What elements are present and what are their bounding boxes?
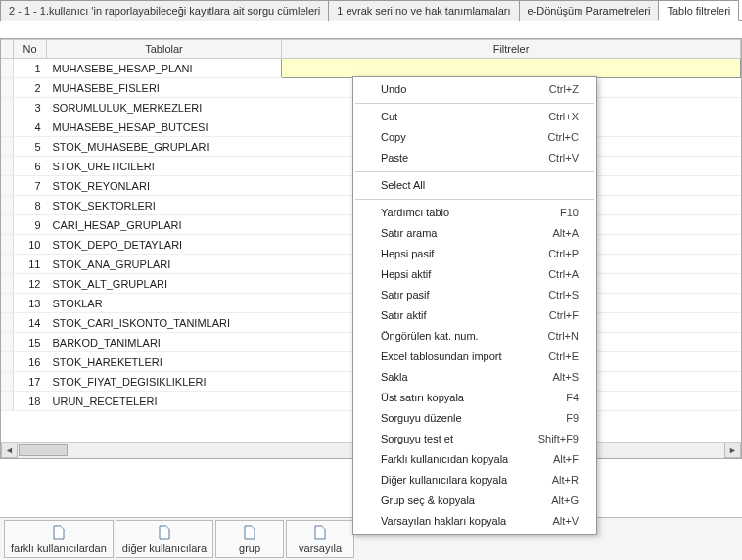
cell-table-name: STOK_CARI_ISKONTO_TANIMLARI — [47, 313, 282, 333]
menu-item[interactable]: Üst satırı kopyalaF4 — [353, 388, 596, 408]
row-handle[interactable] — [1, 215, 14, 235]
toolbar-button-2[interactable]: grup — [215, 520, 284, 558]
row-handle[interactable] — [1, 235, 14, 255]
cell-no: 8 — [14, 196, 47, 215]
cell-no: 16 — [14, 352, 47, 372]
row-handle[interactable] — [1, 352, 14, 372]
menu-item[interactable]: Select All — [353, 175, 596, 196]
row-handle[interactable] — [1, 333, 14, 352]
cell-table-name: STOK_ALT_GRUPLARI — [47, 274, 282, 294]
cell-no: 9 — [14, 215, 47, 235]
cell-no: 18 — [14, 392, 47, 411]
row-handle[interactable] — [1, 294, 14, 313]
menu-item-label: Üst satırı kopyala — [381, 391, 464, 405]
row-handle[interactable] — [1, 59, 14, 78]
menu-item-shortcut: Shift+F9 — [538, 432, 579, 446]
menu-item-label: Satır arama — [381, 226, 437, 241]
menu-item-shortcut: F9 — [566, 411, 579, 426]
menu-item[interactable]: Hepsi pasifCtrl+P — [353, 244, 596, 264]
row-handle[interactable] — [1, 98, 14, 117]
menu-item-shortcut: Ctrl+Z — [549, 82, 579, 97]
menu-item-label: Öngörülen kat. num. — [381, 329, 479, 344]
toolbar-button-1[interactable]: diğer kullanıcılara — [116, 520, 213, 558]
menu-item[interactable]: Satır aramaAlt+A — [353, 223, 596, 244]
column-header-no[interactable]: No — [14, 40, 47, 59]
cell-table-name: STOKLAR — [47, 294, 282, 313]
menu-item-shortcut: Ctrl+N — [548, 329, 579, 344]
column-header-filtreler[interactable]: Filtreler — [282, 40, 741, 59]
cell-no: 12 — [14, 274, 47, 294]
toolbar-button-3[interactable]: varsayıla — [286, 520, 354, 558]
menu-item[interactable]: Sorguyu test etShift+F9 — [353, 429, 596, 449]
menu-item[interactable]: UndoCtrl+Z — [353, 79, 596, 100]
menu-item[interactable]: Excel tablosundan importCtrl+E — [353, 347, 596, 367]
tab-1[interactable]: 1 evrak seri no ve hak tanımlamaları — [328, 0, 519, 21]
row-handle[interactable] — [1, 117, 14, 137]
menu-item[interactable]: PasteCtrl+V — [353, 148, 596, 168]
cell-no: 7 — [14, 176, 47, 196]
row-handle[interactable] — [1, 255, 14, 274]
row-handle[interactable] — [1, 392, 14, 411]
menu-separator — [355, 171, 594, 172]
menu-item[interactable]: Sorguyu düzenleF9 — [353, 408, 596, 429]
row-handle[interactable] — [1, 137, 14, 157]
cell-table-name: MUHASEBE_FISLERI — [47, 78, 282, 98]
cell-table-name: STOK_URETICILERI — [47, 157, 282, 176]
cell-table-name: STOK_HAREKETLERI — [47, 352, 282, 372]
tab-3[interactable]: Tablo filtreleri — [658, 0, 739, 21]
menu-item[interactable]: Yardımcı tabloF10 — [353, 203, 596, 223]
menu-item-label: Satır pasif — [381, 288, 430, 303]
menu-item[interactable]: Varsayılan hakları kopyalaAlt+V — [353, 511, 596, 532]
menu-item[interactable]: Satır pasifCtrl+S — [353, 285, 596, 305]
menu-item-label: Sakla — [381, 370, 408, 385]
menu-item[interactable]: Satır aktifCtrl+F — [353, 305, 596, 326]
scroll-right-arrow[interactable]: ► — [724, 443, 741, 458]
toolbar-button-0[interactable]: farklı kullanıcılardan — [4, 520, 114, 558]
column-header-tablolar[interactable]: Tablolar — [47, 40, 282, 59]
menu-item-label: Paste — [381, 151, 408, 165]
menu-item[interactable]: SaklaAlt+S — [353, 367, 596, 388]
cell-table-name: MUHASEBE_HESAP_BUTCESI — [47, 117, 282, 137]
cell-table-name: STOK_REYONLARI — [47, 176, 282, 196]
row-handle[interactable] — [1, 176, 14, 196]
table-row[interactable]: 1MUHASEBE_HESAP_PLANI — [1, 59, 741, 78]
menu-item[interactable]: CopyCtrl+C — [353, 127, 596, 148]
menu-item-shortcut: Ctrl+A — [548, 267, 579, 282]
cell-no: 15 — [14, 333, 47, 352]
scroll-left-arrow[interactable]: ◄ — [1, 443, 18, 458]
menu-item-label: Cut — [381, 110, 397, 124]
row-handle[interactable] — [1, 372, 14, 392]
document-icon — [312, 525, 328, 540]
menu-item[interactable]: Grup seç & kopyalaAlt+G — [353, 490, 596, 511]
menu-item-label: Diğer kullanıcılara kopyala — [381, 473, 507, 488]
menu-item[interactable]: Öngörülen kat. num.Ctrl+N — [353, 326, 596, 347]
document-icon — [242, 525, 257, 540]
tab-bar: 2 - 1 - 1.kullanıcı 'in raporlayabileceğ… — [0, 0, 742, 21]
row-handle[interactable] — [1, 78, 14, 98]
menu-item-shortcut: Ctrl+F — [549, 308, 579, 323]
menu-item-shortcut: Alt+S — [552, 370, 579, 385]
row-handle[interactable] — [1, 157, 14, 176]
menu-item-label: Varsayılan hakları kopyala — [381, 514, 506, 529]
cell-filter[interactable] — [282, 59, 741, 78]
row-handle[interactable] — [1, 196, 14, 215]
menu-item-label: Yardımcı tablo — [381, 206, 449, 220]
tab-2[interactable]: e-Dönüşüm Parametreleri — [519, 0, 660, 21]
cell-no: 17 — [14, 372, 47, 392]
scroll-thumb[interactable] — [19, 444, 68, 456]
menu-item[interactable]: Diğer kullanıcılara kopyalaAlt+R — [353, 470, 596, 490]
tab-0[interactable]: 2 - 1 - 1.kullanıcı 'in raporlayabileceğ… — [0, 0, 329, 21]
menu-item-shortcut: Ctrl+S — [548, 288, 579, 303]
menu-item[interactable]: Hepsi aktifCtrl+A — [353, 264, 596, 285]
cell-table-name: BARKOD_TANIMLARI — [47, 333, 282, 352]
cell-no: 10 — [14, 235, 47, 255]
menu-item[interactable]: Farklı kullanıcıdan kopyalaAlt+F — [353, 449, 596, 470]
menu-item-label: Undo — [381, 82, 406, 97]
row-handle[interactable] — [1, 274, 14, 294]
menu-item-label: Select All — [381, 178, 425, 193]
row-handle[interactable] — [1, 313, 14, 333]
cell-table-name: SORUMLULUK_MERKEZLERI — [47, 98, 282, 117]
menu-separator — [355, 103, 594, 104]
menu-item-shortcut: Alt+F — [553, 452, 579, 467]
menu-item[interactable]: CutCtrl+X — [353, 107, 596, 127]
